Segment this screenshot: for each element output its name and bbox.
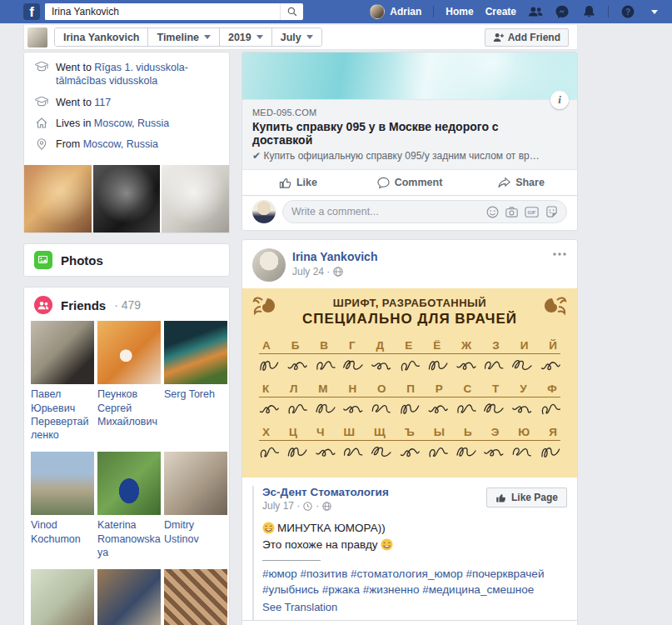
user-avatar (370, 4, 385, 19)
comment-input[interactable] (291, 206, 480, 218)
ornament-icon (251, 295, 279, 320)
nav-user-name[interactable]: Adrian (390, 6, 421, 18)
chevron-down-icon (651, 10, 658, 14)
letter-glyph: О (377, 382, 386, 395)
share-button[interactable]: Share (465, 170, 577, 195)
shared-page-name[interactable]: Эс-Дент Стоматология (262, 486, 389, 498)
search-input[interactable] (45, 3, 280, 20)
friend-photo[interactable] (164, 321, 227, 384)
like-button[interactable]: Like (242, 621, 354, 625)
handwriting-scribble (456, 400, 476, 417)
sticker-icon[interactable] (545, 206, 558, 218)
help-button[interactable]: ? (620, 4, 635, 19)
featured-photo[interactable] (24, 165, 92, 232)
profile-avatar[interactable] (27, 28, 47, 48)
handwriting-scribble (484, 443, 504, 460)
intro-item-school2: Went to 117 (34, 96, 219, 109)
notifications-button[interactable] (581, 4, 596, 19)
friend-photo[interactable] (97, 452, 161, 515)
friend-photo[interactable] (164, 452, 227, 515)
featured-photo[interactable] (93, 165, 161, 232)
letter-glyph: М (318, 382, 327, 395)
school-link[interactable]: 117 (94, 97, 111, 108)
search-button[interactable] (280, 3, 303, 20)
friend-photo[interactable] (97, 569, 161, 625)
friend-name[interactable]: Katerina Romanowskaya (97, 518, 161, 559)
friend-requests-button[interactable] (528, 4, 543, 19)
more-options-icon[interactable] (552, 252, 567, 257)
handwriting-scribble (287, 357, 307, 373)
like-button[interactable]: Like (242, 170, 354, 195)
nav-home-link[interactable]: Home (446, 6, 473, 18)
letter-glyph: А (262, 339, 271, 352)
photos-section[interactable]: Photos (23, 243, 230, 277)
letter-glyph: И (520, 339, 529, 352)
letter-glyph: Ь (464, 426, 472, 438)
letter-glyph: Е (405, 339, 412, 352)
letter-glyph: Я (549, 426, 557, 438)
friend-name[interactable]: Павел Юрьевич Перевертайленко (31, 388, 94, 442)
ad-title[interactable]: Купить справку 095 у в Москве недорого с… (252, 120, 544, 147)
friend-card: Павел Юрьевич Перевертайленко (31, 321, 94, 448)
handwriting-scribble (343, 443, 363, 460)
gif-icon[interactable]: GIF (525, 207, 539, 218)
hashtags[interactable]: #юмор #позитив #стоматология_юмор #почер… (262, 567, 567, 598)
friends-title[interactable]: Friends (61, 298, 106, 312)
photos-icon (34, 251, 52, 269)
like-page-button[interactable]: Like Page (486, 488, 567, 508)
comment-icon (377, 177, 390, 189)
ad-info-icon[interactable]: i (550, 91, 569, 109)
comment-button[interactable]: Comment (354, 170, 465, 195)
city-link[interactable]: Moscow, Russia (94, 118, 169, 129)
handwriting-scribble (456, 357, 476, 373)
friend-photo[interactable] (164, 569, 227, 625)
friend-name[interactable]: Vinod Kochumon (31, 518, 94, 546)
emoji-picker-icon[interactable] (486, 206, 499, 218)
help-icon: ? (621, 5, 635, 18)
post-author-avatar[interactable] (252, 248, 286, 282)
see-translation-link[interactable]: See Translation (262, 601, 337, 613)
letter-glyph: Й (549, 339, 557, 352)
camera-icon[interactable] (505, 207, 518, 218)
handwriting-scribble (287, 443, 307, 460)
facebook-logo[interactable]: f (23, 3, 40, 20)
featured-photo[interactable] (162, 165, 229, 232)
handwriting-row (259, 354, 560, 376)
nav-create-link[interactable]: Create (485, 6, 516, 18)
hometown-link[interactable]: Moscow, Russia (83, 138, 158, 150)
shared-post-date[interactable]: July 17 · (262, 500, 300, 512)
month-dropdown[interactable]: July (271, 28, 321, 46)
friend-name[interactable]: Dmitry Ustinov (164, 518, 227, 546)
post-date[interactable]: July 24 · (292, 266, 330, 278)
handwriting-scribble (316, 357, 336, 373)
ad-image[interactable] (242, 52, 577, 99)
letter-glyph: З (492, 339, 499, 352)
comment-button[interactable]: Comment (354, 621, 465, 625)
friend-name[interactable]: Serg Toreh (164, 388, 227, 401)
post-image-doctor-font[interactable]: ШРИФТ, РАЗРАБОТАННЫЙ СПЕЦИАЛЬНО ДЛЯ ВРАЧ… (242, 288, 577, 478)
handwriting-scribble (540, 400, 560, 417)
intro-item-lives: Lives in Moscow, Russia (34, 117, 219, 130)
share-button[interactable]: Share (465, 621, 577, 625)
chevron-down-icon (306, 35, 313, 39)
post-author-name[interactable]: Irina Yankovich (292, 250, 377, 263)
intro-card: Went to Rīgas 1. vidusskola- tālmācības … (23, 52, 230, 233)
friend-photo[interactable] (97, 321, 161, 384)
letter-glyph: Н (348, 382, 356, 395)
account-menu-button[interactable] (647, 4, 662, 19)
shared-post-block: Like Page Эс-Дент Стоматология July 17 ·… (252, 486, 567, 620)
timeline-dropdown[interactable]: Timeline (147, 28, 218, 46)
friend-name[interactable]: Пеунков Сергей Михайлович (97, 388, 161, 428)
friend-photo[interactable] (31, 569, 94, 625)
friend-photo[interactable] (31, 321, 94, 384)
ad-link-box[interactable]: i MED-095.COM Купить справку 095 у в Мос… (242, 99, 577, 170)
add-friend-button[interactable]: Add Friend (485, 28, 569, 47)
messenger-button[interactable] (555, 4, 570, 19)
nav-user[interactable]: Adrian (370, 4, 421, 19)
letter-glyph: Ж (461, 339, 471, 352)
top-navbar: f Adrian Home Create ? (0, 0, 672, 23)
profile-name-button[interactable]: Irina Yankovich (55, 28, 147, 46)
year-dropdown[interactable]: 2019 (219, 28, 271, 46)
friend-photo[interactable] (31, 452, 94, 515)
comment-box[interactable]: GIF (282, 200, 567, 223)
